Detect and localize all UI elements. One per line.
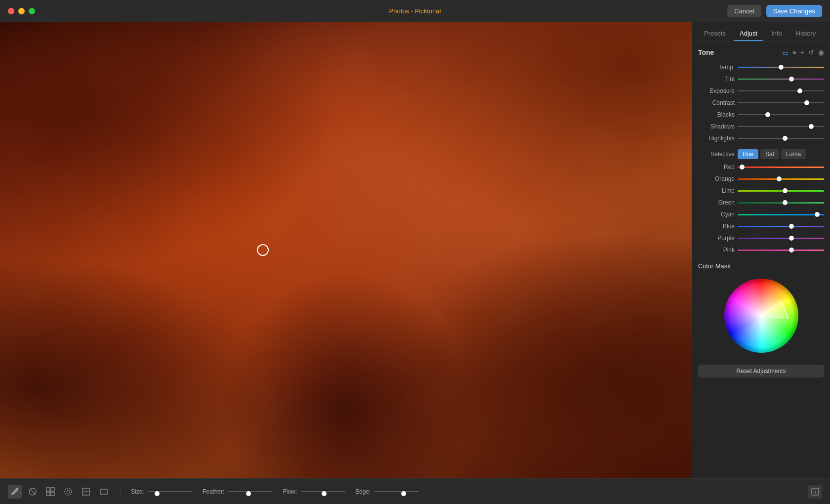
blacks-row: Blacks <box>692 109 830 121</box>
toolbar-divider <box>121 486 121 498</box>
blue-label: Blue <box>698 223 735 230</box>
color-wheel[interactable] <box>724 279 798 353</box>
contrast-row: Contrast <box>692 97 830 109</box>
lime-label: Lime <box>698 187 735 194</box>
pink-slider[interactable] <box>738 246 824 254</box>
hue-button[interactable]: Hue <box>738 149 758 159</box>
svg-point-18 <box>815 489 816 490</box>
minimize-button[interactable] <box>18 8 25 14</box>
shadows-row: Shadows <box>692 121 830 132</box>
lasso-icon <box>64 487 73 496</box>
orange-label: Orange <box>698 175 735 182</box>
svg-rect-8 <box>46 492 50 496</box>
svg-point-3 <box>11 493 13 495</box>
gradient-tool-button[interactable] <box>79 485 93 499</box>
contrast-slider[interactable] <box>738 98 824 107</box>
svg-rect-7 <box>51 488 54 491</box>
luma-button[interactable]: Luma <box>781 149 806 159</box>
purple-slider[interactable] <box>738 234 824 243</box>
red-slider[interactable] <box>738 163 824 171</box>
tint-row: Tint <box>692 73 830 85</box>
photo-canvas[interactable] <box>0 22 692 478</box>
list-icon[interactable]: ≡ <box>792 48 796 56</box>
pink-row: Pink <box>692 244 830 256</box>
adjustments-icon <box>46 487 55 496</box>
panel-scrollable[interactable]: Tone ⚏ ≡ + ↺ ◉ Temp. <box>692 42 830 478</box>
purple-label: Purple <box>698 235 735 242</box>
feather-slider[interactable] <box>228 488 273 496</box>
svg-rect-9 <box>51 492 54 496</box>
eye-icon[interactable]: ◉ <box>818 48 824 56</box>
flow-slider[interactable] <box>301 488 345 496</box>
edge-param: Edge: <box>355 488 419 496</box>
blue-row: Blue <box>692 220 830 232</box>
pink-label: Pink <box>698 247 735 253</box>
svg-point-11 <box>67 490 70 493</box>
lasso-tool-button[interactable] <box>61 485 75 499</box>
titlebar-actions: Cancel Save Changes <box>727 5 822 17</box>
sliders-icon[interactable]: ⚏ <box>782 48 788 56</box>
svg-point-10 <box>65 488 72 495</box>
window-title: Photos - Picktorial <box>389 7 441 15</box>
reset-adjustments-button[interactable]: Reset Adjustments <box>698 365 824 378</box>
erase-tool-button[interactable] <box>26 485 40 499</box>
tint-slider[interactable] <box>738 75 824 84</box>
temp-slider[interactable] <box>738 63 824 72</box>
shadows-label: Shadows <box>698 123 735 130</box>
highlights-slider[interactable] <box>738 134 824 143</box>
edge-label: Edge: <box>355 488 371 495</box>
close-button[interactable] <box>8 8 14 14</box>
blacks-slider[interactable] <box>738 110 824 119</box>
sat-button[interactable]: Sat <box>760 149 779 159</box>
blue-slider[interactable] <box>738 222 824 231</box>
brush-tool-button[interactable] <box>8 485 22 499</box>
highlights-label: Highlights <box>698 135 735 142</box>
red-row: Red <box>692 161 830 173</box>
info-icon <box>811 488 819 496</box>
cyan-slider[interactable] <box>738 210 824 219</box>
green-slider[interactable] <box>738 198 824 207</box>
exposure-slider[interactable] <box>738 86 824 95</box>
info-button[interactable] <box>808 485 822 499</box>
adjustment-brush-button[interactable] <box>43 485 57 499</box>
color-wheel-container[interactable] <box>698 275 824 357</box>
svg-rect-15 <box>100 489 107 494</box>
reset-icon[interactable]: ↺ <box>808 48 814 56</box>
tab-info[interactable]: Info <box>765 27 788 41</box>
maximize-button[interactable] <box>29 8 35 14</box>
tint-label: Tint <box>698 76 735 83</box>
bottom-toolbar: Size: Feather: Flow: Edge: <box>0 478 830 504</box>
add-icon[interactable]: + <box>800 48 804 56</box>
highlights-row: Highlights <box>692 132 830 144</box>
tone-title: Tone <box>698 48 714 56</box>
tab-presets[interactable]: Presets <box>698 27 732 41</box>
red-label: Red <box>698 164 735 170</box>
exposure-row: Exposure <box>692 85 830 97</box>
traffic-lights <box>8 8 35 14</box>
tone-section-header: Tone ⚏ ≡ + ↺ ◉ <box>692 45 830 59</box>
tab-adjust[interactable]: Adjust <box>734 27 763 41</box>
orange-slider[interactable] <box>738 174 824 183</box>
temp-row: Temp. <box>692 61 830 73</box>
svg-rect-6 <box>46 488 50 491</box>
edge-slider[interactable] <box>374 488 419 496</box>
purple-row: Purple <box>692 232 830 244</box>
lime-row: Lime <box>692 185 830 197</box>
cancel-button[interactable]: Cancel <box>727 5 761 17</box>
photo-background <box>0 22 692 478</box>
shadows-slider[interactable] <box>738 122 824 131</box>
size-slider[interactable] <box>148 488 193 496</box>
rect-tool-button[interactable] <box>97 485 111 499</box>
rect-icon <box>99 487 108 496</box>
lime-slider[interactable] <box>738 186 824 195</box>
selective-row: Selective Hue Sat Luma <box>692 147 830 161</box>
right-panel: Presets Adjust Info History Tone ⚏ ≡ + ↺… <box>692 22 830 478</box>
tab-history[interactable]: History <box>790 27 822 41</box>
selective-buttons: Hue Sat Luma <box>738 149 806 159</box>
temp-label: Temp. <box>698 64 735 71</box>
tone-sliders: Temp. Tint <box>692 61 830 144</box>
flow-label: Flow: <box>283 488 297 495</box>
green-row: Green <box>692 197 830 209</box>
save-changes-button[interactable]: Save Changes <box>766 5 822 17</box>
toolbar-right <box>808 485 822 499</box>
